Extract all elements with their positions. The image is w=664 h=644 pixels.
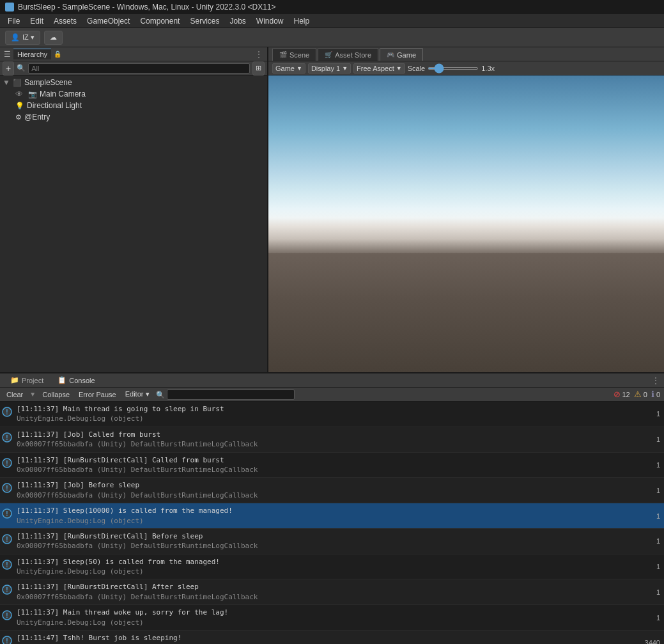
- log-main-line: [11:11:37] [RunBurstDirectCall] Called f…: [17, 455, 638, 465]
- log-entry[interactable]: ! [11:11:37] [Job] Called from burst 0x0…: [0, 427, 664, 453]
- asset-store-icon: 🛒: [325, 51, 332, 58]
- aspect-dropdown-arrow: ▼: [396, 65, 402, 72]
- log-text: [11:11:47] Tshh! Burst job is sleeping! …: [14, 631, 641, 644]
- editor-dropdown[interactable]: Editor ▾: [123, 389, 152, 399]
- menu-window[interactable]: Window: [251, 15, 289, 27]
- aspect-dropdown[interactable]: Free Aspect ▼: [353, 63, 405, 74]
- error-pause-button[interactable]: Error Pause: [76, 390, 119, 399]
- svg-text:!: !: [6, 586, 8, 593]
- log-entry[interactable]: ! [11:11:37] Sleep(10000) is called from…: [0, 503, 664, 529]
- tab-console[interactable]: 📋 Console: [51, 374, 101, 387]
- log-entry[interactable]: ! [11:11:37] [RunBurstDirectCall] Called…: [0, 453, 664, 478]
- menu-gameobject[interactable]: GameObject: [82, 15, 135, 27]
- log-error-icon: !: [0, 554, 14, 579]
- add-hierarchy-button[interactable]: +: [3, 61, 14, 75]
- visibility-icon: 👁: [15, 90, 23, 98]
- hierarchy-toolbar: + 🔍 ⊞: [0, 61, 267, 75]
- tab-project[interactable]: 📁 Project: [4, 374, 50, 387]
- menu-component[interactable]: Component: [135, 15, 185, 27]
- log-count: 1: [641, 529, 664, 554]
- clear-button[interactable]: Clear: [4, 390, 26, 399]
- warn-badge-icon: ⚠: [634, 389, 642, 399]
- hierarchy-entry[interactable]: ⚙ @Entry: [0, 111, 267, 123]
- account-label: IZ ▾: [22, 33, 35, 42]
- log-count: 1: [641, 579, 664, 604]
- entry-icon: ⚙: [15, 113, 22, 122]
- game-tab-label: Game: [397, 51, 416, 59]
- log-error-icon: !: [0, 503, 14, 528]
- svg-text:!: !: [6, 460, 8, 467]
- tab-game[interactable]: 🎮 Game: [380, 48, 423, 61]
- console-search-icon: 🔍: [156, 391, 165, 398]
- log-sub-line: UnityEngine.Debug:Log (object): [17, 414, 638, 423]
- error-badge-count: 12: [622, 391, 630, 398]
- console-search-container: 🔍: [156, 389, 610, 400]
- cloud-icon: ☁: [50, 33, 57, 42]
- svg-text:!: !: [6, 485, 8, 492]
- log-error-icon: !: [0, 631, 14, 644]
- log-text: [11:11:37] Main thread woke up, sorry fo…: [14, 605, 641, 630]
- log-text: [11:11:37] [RunBurstDirectCall] Before s…: [14, 529, 641, 554]
- display-dropdown[interactable]: Display 1 ▼: [308, 63, 351, 74]
- hierarchy-search-input[interactable]: [28, 63, 250, 74]
- hierarchy-filter-button[interactable]: ⊞: [252, 61, 265, 75]
- hierarchy-tab[interactable]: Hierarchy: [13, 49, 51, 59]
- log-error-icon: !: [0, 427, 14, 452]
- log-sub-line: 0x00007ff65bbadbfa (Unity) DefaultBurstR…: [17, 465, 638, 475]
- log-count: 3440: [641, 631, 664, 644]
- menu-jobs[interactable]: Jobs: [224, 15, 251, 27]
- game-toolbar: Game ▼ Display 1 ▼ Free Aspect ▼ Scale 1…: [268, 61, 664, 75]
- log-error-icon: !: [0, 478, 14, 503]
- bottom-panel-options-icon[interactable]: ⋮: [651, 375, 660, 386]
- svg-text:!: !: [6, 562, 8, 569]
- scale-slider-input[interactable]: [428, 67, 479, 70]
- collapse-button[interactable]: Collapse: [40, 390, 72, 399]
- menu-file[interactable]: File: [3, 15, 25, 27]
- log-entry[interactable]: ! [11:11:47] Tshh! Burst job is sleeping…: [0, 631, 664, 644]
- log-entry[interactable]: ! [11:11:37] [RunBurstDirectCall] After …: [0, 579, 664, 605]
- log-entry[interactable]: ! [11:11:37] Sleep(50) is called from th…: [0, 554, 664, 580]
- cloud-button[interactable]: ☁: [44, 31, 63, 45]
- hierarchy-main-camera[interactable]: 👁 📷 Main Camera: [0, 88, 267, 100]
- log-entry[interactable]: ! [11:11:37] Main thread woke up, sorry …: [0, 605, 664, 631]
- scale-label: Scale: [408, 65, 426, 72]
- account-icon: 👤: [11, 33, 20, 42]
- hierarchy-directional-light[interactable]: 💡 Directional Light: [0, 100, 267, 111]
- aspect-dropdown-label: Free Aspect: [357, 65, 394, 72]
- log-count: 1: [641, 605, 664, 630]
- hierarchy-options-icon[interactable]: ⋮: [254, 49, 263, 59]
- log-text: [11:11:37] [Job] Called from burst 0x000…: [14, 427, 641, 452]
- top-panels: ☰ Hierarchy 🔒 ⋮ + 🔍 ⊞ ▼ ⬛ SampleScene: [0, 47, 664, 373]
- log-main-line: [11:11:37] [Job] Before sleep: [17, 480, 638, 490]
- tab-asset-store[interactable]: 🛒 Asset Store: [318, 48, 378, 61]
- console-search-input[interactable]: [167, 389, 295, 400]
- log-entry[interactable]: ! [11:11:37] Main thread is going to sle…: [0, 402, 664, 427]
- game-dropdown-label: Game: [275, 65, 295, 72]
- log-main-line: [11:11:47] Tshh! Burst job is sleeping!: [17, 633, 638, 643]
- menu-help[interactable]: Help: [289, 15, 315, 27]
- log-entry[interactable]: ! [11:11:37] [Job] Before sleep 0x00007f…: [0, 478, 664, 503]
- log-text: [11:11:37] [RunBurstDirectCall] After sl…: [14, 579, 641, 604]
- console-tab-label: Console: [69, 377, 95, 384]
- directional-light-label: Directional Light: [27, 101, 82, 110]
- light-icon: 💡: [15, 102, 24, 110]
- log-main-line: [11:11:37] [RunBurstDirectCall] After sl…: [17, 582, 638, 592]
- log-entry[interactable]: ! [11:11:37] [RunBurstDirectCall] Before…: [0, 529, 664, 554]
- game-tabs-bar: 🎬 Scene 🛒 Asset Store 🎮 Game: [268, 47, 664, 61]
- console-toolbar: Clear ▼ Collapse Error Pause Editor ▾ 🔍 …: [0, 388, 664, 402]
- hierarchy-menu-icon: ☰: [4, 50, 11, 59]
- game-dropdown[interactable]: Game ▼: [272, 63, 305, 74]
- scene-name: SampleScene: [24, 78, 72, 87]
- account-button[interactable]: 👤 IZ ▾: [5, 31, 40, 45]
- display-dropdown-label: Display 1: [311, 65, 340, 72]
- menu-assets[interactable]: Assets: [49, 15, 82, 27]
- log-error-icon: !: [0, 579, 14, 604]
- bottom-panels: 📁 Project 📋 Console ⋮ Clear ▼ Collapse E…: [0, 373, 664, 644]
- menu-edit[interactable]: Edit: [25, 15, 49, 27]
- menu-services[interactable]: Services: [185, 15, 224, 27]
- main-camera-label: Main Camera: [40, 90, 86, 98]
- log-count: 1: [641, 453, 664, 478]
- tab-scene[interactable]: 🎬 Scene: [272, 48, 316, 61]
- hierarchy-scene-item[interactable]: ▼ ⬛ SampleScene: [0, 77, 267, 88]
- log-count: 1: [641, 554, 664, 579]
